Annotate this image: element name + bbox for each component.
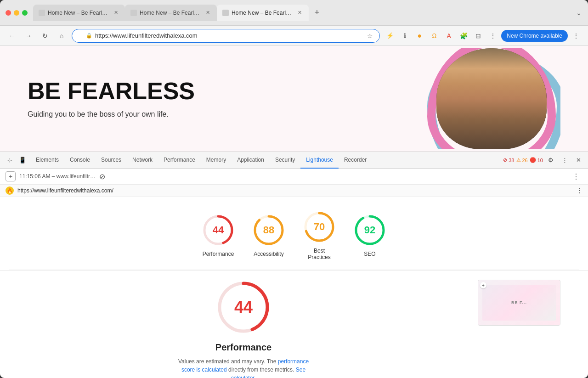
hero-text: BE FEARLESS Guiding you to be the boss o… <box>28 79 377 118</box>
lighthouse-url-bar: 🔥 https://www.lifeunfilteredwithalexa.co… <box>0 185 588 197</box>
tab-1[interactable]: Home New – Be Fearless ✕ <box>33 5 125 21</box>
tab-3[interactable]: Home New – Be Fearless ✕ <box>217 5 309 21</box>
devtools-tab-memory[interactable]: Memory <box>201 152 232 169</box>
devtools-error-count[interactable]: ⊘ 38 <box>503 157 514 163</box>
tab-2-close[interactable]: ✕ <box>204 9 211 17</box>
tab-1-close[interactable]: ✕ <box>112 9 119 17</box>
forward-button[interactable]: → <box>22 29 35 42</box>
score-value-accessibility: 88 <box>263 224 274 236</box>
score-circle-performance: 44 <box>202 214 234 246</box>
page-content: BE FEARLESS Guiding you to be the boss o… <box>0 46 588 378</box>
score-circle-best-practices: 70 <box>303 211 335 243</box>
title-bar: Home New – Be Fearless ✕ Home New – Be F… <box>0 0 588 26</box>
lighthouse-detail: 44 Performance Values are estimated and … <box>0 270 588 378</box>
lighthouse-url-more[interactable]: ⋮ <box>577 187 582 194</box>
back-button[interactable]: ← <box>6 29 18 42</box>
tab-3-close[interactable]: ✕ <box>296 9 303 17</box>
toolbar-more-button[interactable]: ⋮ <box>570 29 582 42</box>
warning-icon: ⚠ <box>516 157 521 163</box>
devtools-tabs-bar: ⊹ 📱 Elements Console Sources Network Per… <box>0 152 588 169</box>
toolbar-icon-1[interactable]: ⚡ <box>384 29 396 42</box>
score-label-performance: Performance <box>203 251 234 257</box>
address-input[interactable]: 🔒 https://www.lifeunfilteredwithalexa.co… <box>72 29 380 43</box>
perf-detail-desc: Values are estimated and may vary. The p… <box>175 357 312 378</box>
lighthouse-url-icon: 🔥 <box>6 186 14 195</box>
toolbar-icon-3[interactable]: ● <box>413 29 426 42</box>
toolbar-icon-7[interactable]: ⊟ <box>472 29 485 42</box>
devtools-tab-elements[interactable]: Elements <box>30 152 64 169</box>
tabs-overflow-button[interactable]: ⌄ <box>573 7 584 18</box>
toolbar-icons: ⚡ ℹ ● Ω A 🧩 ⊟ ⋮ New Chrome available ⋮ <box>384 29 582 42</box>
devtools-dock-icons: ⊹ 📱 <box>4 154 28 166</box>
devtools-tab-recorder[interactable]: Recorder <box>339 152 372 169</box>
score-circle-accessibility: 88 <box>253 214 285 246</box>
website-preview: BE FEARLESS Guiding you to be the boss o… <box>0 46 588 152</box>
devtools-device-icon[interactable]: 📱 <box>17 154 28 166</box>
devtools-tab-console[interactable]: Console <box>64 152 96 169</box>
minimize-button[interactable] <box>14 10 19 16</box>
toolbar-icon-5[interactable]: A <box>442 29 455 42</box>
lighthouse-more-button[interactable]: ⋮ <box>570 172 582 181</box>
browser-window: Home New – Be Fearless ✕ Home New – Be F… <box>0 0 588 378</box>
devtools-tab-lighthouse[interactable]: Lighthouse <box>300 152 339 169</box>
lighthouse-timestamp: 11:15:06 AM – www.lifeunfiltr… <box>19 173 96 180</box>
devtools-tab-network[interactable]: Network <box>127 152 158 169</box>
bookmark-icon[interactable]: ☆ <box>367 32 373 39</box>
chrome-update-button[interactable]: New Chrome available <box>501 30 568 42</box>
score-label-seo: SEO <box>364 251 375 257</box>
devtools-tab-sources[interactable]: Sources <box>96 152 127 169</box>
hero-person <box>436 48 547 149</box>
preview-thumb-inner: + BE F... <box>478 280 560 325</box>
lighthouse-clear-button[interactable]: ⊘ <box>99 172 105 181</box>
devtools-inspect-icon[interactable]: ⊹ <box>4 154 16 166</box>
toolbar-icon-6[interactable]: 🧩 <box>457 29 470 42</box>
devtools-tab-performance[interactable]: Performance <box>158 152 201 169</box>
perf-desc-text2: directly from these metrics. <box>227 367 296 373</box>
score-item-accessibility[interactable]: 88 Accessibility <box>253 214 285 257</box>
devtools-panel: ⊹ 📱 Elements Console Sources Network Per… <box>0 152 588 378</box>
maximize-button[interactable] <box>22 10 28 16</box>
home-button[interactable]: ⌂ <box>55 29 68 42</box>
tab-1-favicon <box>39 10 45 16</box>
lighthouse-toolbar: + 11:15:06 AM – www.lifeunfiltr… ⊘ ⋮ <box>0 169 588 185</box>
devtools-settings-icon[interactable]: ⚙ <box>545 154 557 166</box>
perf-big-circle: 44 <box>216 280 271 335</box>
new-tab-button[interactable]: + <box>311 6 323 19</box>
toolbar-icon-8[interactable]: ⋮ <box>486 29 499 42</box>
devtools-actions: ⊘ 38 ⚠ 26 🛑 10 ⚙ ⋮ ✕ <box>503 154 584 166</box>
score-circle-seo: 92 <box>354 214 386 246</box>
performance-detail: 44 Performance Values are estimated and … <box>28 280 459 378</box>
score-item-best-practices[interactable]: 70 BestPractices <box>303 211 335 260</box>
address-lock-icon: 🔒 <box>86 33 92 39</box>
devtools-overflow-icon[interactable]: ⋮ <box>559 154 571 166</box>
toolbar-icon-2[interactable]: ℹ <box>398 29 411 42</box>
close-button[interactable] <box>6 10 11 16</box>
lighthouse-add-button[interactable]: + <box>6 171 16 181</box>
tab-3-title: Home New – Be Fearless <box>232 10 293 16</box>
tab-2-title: Home New – Be Fearless <box>140 10 201 16</box>
lighthouse-scores: 44 Performance 88 Accessibility <box>0 197 588 270</box>
hero-image <box>377 48 560 149</box>
toolbar-icon-4[interactable]: Ω <box>428 29 441 42</box>
devtools-warn-count[interactable]: ⚠ 26 <box>516 157 528 163</box>
devtools-tab-application[interactable]: Application <box>232 152 270 169</box>
preview-site-content: BE F... <box>482 285 556 321</box>
devtools-info-count[interactable]: 🛑 10 <box>530 157 543 163</box>
devtools-tab-security[interactable]: Security <box>270 152 300 169</box>
reload-button[interactable]: ↻ <box>39 29 51 42</box>
devtools-tab-group: Elements Console Sources Network Perform… <box>30 152 372 169</box>
score-label-best-practices: BestPractices <box>308 248 330 260</box>
tab-3-favicon <box>222 10 229 16</box>
devtools-close-icon[interactable]: ✕ <box>572 154 584 166</box>
preview-thumbnail: + BE F... <box>478 280 560 326</box>
error-icon: ⊘ <box>503 157 507 163</box>
tab-2[interactable]: Home New – Be Fearless ✕ <box>125 5 217 21</box>
tabs-bar: Home New – Be Fearless ✕ Home New – Be F… <box>33 5 584 21</box>
perf-desc-text1: Values are estimated and may vary. The <box>178 358 278 365</box>
traffic-lights <box>6 10 28 16</box>
tab-2-favicon <box>130 10 137 16</box>
hero-subtitle: Guiding you to be the boss of your own l… <box>28 110 377 118</box>
score-item-performance[interactable]: 44 Performance <box>202 214 234 257</box>
score-value-best-practices: 70 <box>314 221 325 233</box>
score-item-seo[interactable]: 92 SEO <box>354 214 386 257</box>
